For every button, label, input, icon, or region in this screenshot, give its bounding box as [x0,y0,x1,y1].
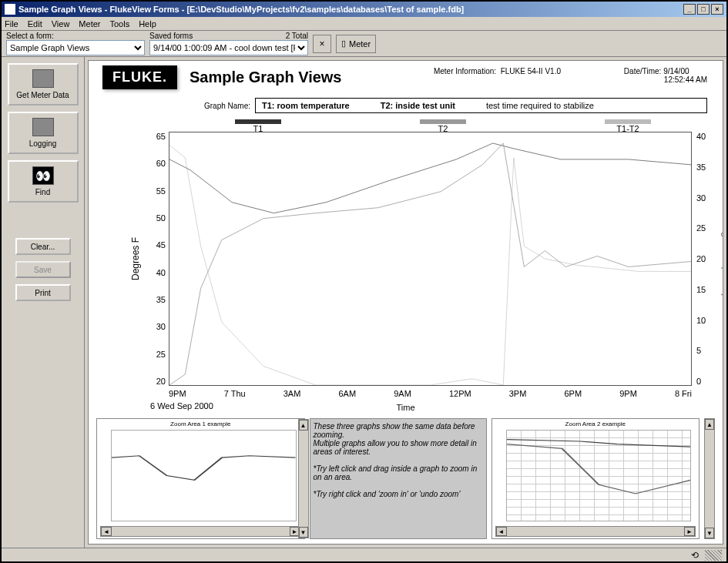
main-body: Get Meter Data Logging 👀 Find Clear... S… [2,57,726,548]
zoom-area-1[interactable]: Zoom Area 1 example ◄► [96,418,305,539]
y-axis-right-ticks: 4035302520151050 [696,132,713,386]
resize-grip[interactable] [705,550,722,561]
minimize-button[interactable]: _ [683,4,696,15]
delete-button[interactable]: × [313,35,331,53]
find-button[interactable]: 👀 Find [8,160,79,203]
sidebar: Get Meter Data Logging 👀 Find Clear... S… [2,57,85,548]
status-bar: ⟲ [2,548,726,561]
saved-forms-label: Saved forms [149,32,193,40]
status-icon: ⟲ [691,550,699,561]
zoom1-plot [111,430,297,521]
right-vscroll[interactable]: ▲ ▼ [704,418,715,539]
title-bar: Sample Graph Views - FlukeView Forms - [… [2,2,726,17]
date-time: Date/Time: 9/14/00 12:52:44 AM [624,67,707,84]
get-meter-data-button[interactable]: Get Meter Data [8,63,79,106]
help-vscroll[interactable]: ▲▼ [298,419,309,538]
meter-button[interactable]: ▯ Meter [336,35,376,53]
binoculars-icon: 👀 [32,166,54,185]
zoom-area-2[interactable]: Zoom Area 2 example ◄► [491,418,700,539]
bottom-row: Zoom Area 1 example ◄► ▲▼ These three gr… [96,418,715,539]
zoom2-plot [506,430,692,521]
print-button[interactable]: Print [15,284,71,301]
zoom1-hscroll[interactable]: ◄► [100,526,301,537]
graph-name-label: Graph Name: [204,102,250,110]
menu-view[interactable]: View [52,19,70,28]
select-form-label: Select a form: [6,32,145,40]
app-window: Sample Graph Views - FlukeView Forms - [… [0,0,728,563]
zoom2-title: Zoom Area 2 example [492,421,699,427]
x-axis-ticks: 9PM7 Thu3AM6AM9AM12PM3PM6PM9PM8 Fri [169,389,692,398]
total-label: 2 Total [286,32,308,40]
meter-icon: ▯ [341,39,346,49]
menu-edit[interactable]: Edit [28,19,42,28]
form-select[interactable]: Sample Graph Views [6,40,145,55]
menu-help[interactable]: Help [139,19,156,28]
meter-data-icon [32,69,54,88]
y-axis-right-title: Degrees F (T1-T2) [721,132,723,386]
form-canvas: FLUKE. Sample Graph Views Meter Informat… [88,60,723,545]
clear-button[interactable]: Clear... [15,238,71,255]
x-axis-title: Time [89,403,723,412]
menu-meter[interactable]: Meter [79,19,100,28]
page-title: Sample Graph Views [190,69,342,86]
tool-bar: Select a form: Sample Graph Views Saved … [2,31,726,57]
graph-name-row: Graph Name: T1: room temperature T2: ins… [204,98,707,113]
logging-icon [32,118,54,136]
maximize-button[interactable]: □ [697,4,710,15]
main-chart[interactable] [169,132,692,386]
y-axis-left-title: Degrees F [130,132,141,386]
close-button[interactable]: × [711,4,723,15]
menu-tools[interactable]: Tools [109,19,129,28]
help-text: ▲▼ These three graphs show the same data… [310,418,487,539]
window-title: Sample Graph Views - FlukeView Forms - [… [18,5,682,14]
zoom1-title: Zoom Area 1 example [97,421,304,427]
save-button[interactable]: Save [15,261,71,278]
zoom2-hscroll[interactable]: ◄► [495,526,696,537]
menu-bar: File Edit View Meter Tools Help [2,17,726,31]
fluke-logo: FLUKE. [102,65,177,89]
graph-name-field[interactable]: T1: room temperature T2: inside test uni… [255,98,707,113]
saved-forms-select[interactable]: 9/14/00 1:00:09 AM - cool down test [Flu… [149,40,308,55]
menu-file[interactable]: File [5,19,18,28]
app-icon [5,4,15,15]
meter-info: Meter Information: FLUKE 54-II V1.0 [434,67,561,75]
logging-button[interactable]: Logging [8,112,79,154]
y-axis-left-ticks: 65605550454035302520 [149,132,166,386]
